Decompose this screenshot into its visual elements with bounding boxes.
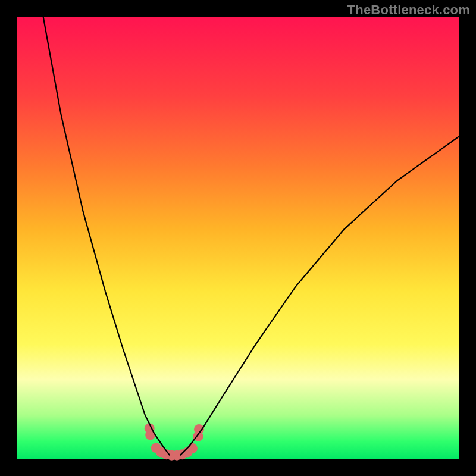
chart-svg: [17, 17, 459, 459]
chart-frame: TheBottleneck.com: [0, 0, 476, 476]
curve-left-branch: [43, 17, 170, 455]
scatter-point: [187, 443, 198, 453]
scatter-cluster: [145, 423, 204, 460]
watermark-text: TheBottleneck.com: [347, 2, 470, 18]
chart-plot-area: [17, 17, 459, 459]
curve-right-branch: [180, 136, 459, 455]
